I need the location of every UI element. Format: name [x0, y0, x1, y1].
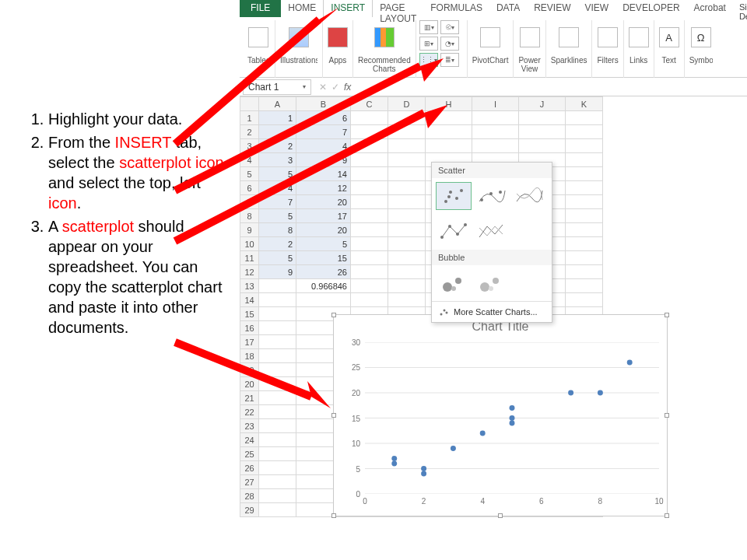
- svg-point-1: [449, 191, 452, 194]
- ribbon-sparklines[interactable]: Sparklines: [546, 20, 593, 78]
- chart-x-axis: 0246810: [365, 497, 659, 509]
- more-scatter-charts[interactable]: More Scatter Charts...: [432, 301, 552, 322]
- svg-point-32: [510, 421, 515, 426]
- svg-point-13: [455, 278, 461, 284]
- ribbon-powerview[interactable]: Power View: [514, 20, 545, 78]
- ribbon-tables[interactable]: Tables: [243, 20, 275, 78]
- tab-developer[interactable]: DEVELOPER: [615, 0, 686, 17]
- svg-point-12: [443, 282, 452, 292]
- scatter-plain-icon: [438, 184, 469, 208]
- ribbon-filters[interactable]: Filters: [592, 20, 623, 78]
- table-icon: [248, 27, 268, 47]
- cancel-icon[interactable]: ✕: [319, 82, 327, 93]
- instruction-2: From the INSERT tab, select the scatterp…: [48, 132, 233, 213]
- svg-point-35: [510, 405, 515, 411]
- ribbon-apps[interactable]: Apps: [323, 20, 353, 78]
- svg-point-15: [480, 282, 489, 292]
- apps-icon: [328, 27, 348, 47]
- svg-point-28: [391, 461, 397, 467]
- formula-bar: Chart 1▾ ✕ ✓ fx: [240, 78, 747, 96]
- ribbon-recommended-charts[interactable]: Recommended Charts: [353, 20, 416, 78]
- pivotchart-icon: [480, 27, 500, 47]
- chart-plot-area[interactable]: [365, 342, 659, 494]
- symbols-icon: Ω: [691, 27, 711, 47]
- ribbon-pivotchart[interactable]: PivotChart: [468, 20, 514, 78]
- tab-formulas[interactable]: FORMULAS: [423, 0, 489, 17]
- more-scatter-icon: [438, 306, 449, 317]
- instruction-3: A scatterplot should appear on your spre…: [48, 216, 233, 338]
- recommended-charts-icon: [374, 27, 395, 47]
- tab-data[interactable]: DATA: [489, 0, 527, 17]
- ribbon-illustrations[interactable]: Illustrations: [275, 20, 323, 78]
- tab-view[interactable]: VIEW: [578, 0, 616, 17]
- user-label[interactable]: Siegle, Del ▾: [733, 0, 747, 17]
- scatter-straight-markers[interactable]: [436, 218, 472, 246]
- instruction-1: Highlight your data.: [48, 109, 233, 129]
- scatter-straight2-icon: [475, 220, 507, 243]
- insert-scatter-chart[interactable]: ⋮⋮▾: [419, 53, 438, 67]
- insert-pie-chart[interactable]: ◔▾: [440, 37, 459, 51]
- embedded-chart[interactable]: Chart Title 051015202530 0246810: [333, 314, 668, 516]
- ribbon-symbols[interactable]: Ω Symbols: [685, 20, 717, 78]
- chart-y-axis: 051015202530: [334, 342, 363, 494]
- svg-point-33: [480, 431, 486, 436]
- tab-pagelayout[interactable]: PAGE LAYOUT: [373, 0, 423, 17]
- svg-point-8: [440, 236, 444, 239]
- scatter-straight-lines[interactable]: [473, 218, 509, 246]
- enter-icon[interactable]: ✓: [331, 82, 339, 93]
- text-icon: A: [659, 27, 679, 47]
- links-icon: [629, 27, 649, 47]
- svg-point-5: [480, 198, 483, 201]
- svg-point-6: [489, 192, 493, 195]
- svg-point-38: [510, 415, 515, 421]
- svg-point-37: [421, 466, 426, 471]
- svg-point-19: [444, 310, 446, 312]
- svg-point-20: [446, 312, 448, 314]
- svg-point-30: [421, 471, 426, 477]
- bubble-3d[interactable]: [473, 269, 509, 297]
- fx-icon[interactable]: fx: [344, 82, 351, 93]
- svg-point-17: [489, 286, 493, 291]
- svg-point-29: [391, 456, 397, 461]
- scatter-markers-only[interactable]: [436, 182, 472, 210]
- svg-point-0: [444, 200, 447, 203]
- ribbon-text[interactable]: A Text: [654, 20, 685, 78]
- scatter-smooth-icon: [475, 184, 507, 208]
- excel-window: FILE HOME INSERT PAGE LAYOUT FORMULAS DA…: [240, 0, 747, 560]
- bubble3d-icon: [475, 271, 507, 295]
- gallery-header-scatter: Scatter: [432, 163, 552, 178]
- scatter-smooth-markers[interactable]: [473, 182, 509, 210]
- filter-icon: [598, 27, 618, 47]
- gallery-header-bubble: Bubble: [432, 250, 552, 265]
- ribbon-links[interactable]: Links: [624, 20, 654, 78]
- instruction-panel: Highlight your data. From the INSERT tab…: [31, 109, 233, 341]
- svg-point-2: [455, 197, 458, 200]
- insert-other-chart[interactable]: ≣▾: [440, 53, 459, 67]
- insert-stock-chart[interactable]: ⊞▾: [419, 37, 438, 51]
- svg-point-14: [451, 286, 456, 291]
- svg-point-4: [447, 195, 451, 198]
- tab-review[interactable]: REVIEW: [527, 0, 577, 17]
- powerview-icon: [520, 27, 540, 47]
- insert-line-chart[interactable]: ⧀▾: [440, 20, 459, 34]
- scatter-gallery: Scatter Bubble: [431, 162, 552, 323]
- tab-insert[interactable]: INSERT: [323, 0, 373, 17]
- tab-file[interactable]: FILE: [240, 0, 281, 17]
- svg-point-11: [464, 223, 467, 226]
- tab-home[interactable]: HOME: [281, 0, 323, 17]
- bubble-2d[interactable]: [436, 269, 472, 297]
- svg-point-3: [460, 189, 463, 192]
- svg-point-39: [627, 360, 633, 366]
- svg-point-16: [493, 278, 499, 284]
- name-box[interactable]: Chart 1▾: [243, 79, 311, 95]
- picture-icon: [289, 27, 309, 47]
- svg-point-10: [456, 233, 459, 236]
- ribbon-insert: Tables Illustrations Apps Recommended Ch…: [240, 17, 747, 78]
- scatter-smooth2-icon: [513, 184, 544, 208]
- worksheet[interactable]: ABCDHIJK11621732443955146412772085179820…: [240, 96, 747, 517]
- tab-acrobat[interactable]: Acrobat: [687, 0, 733, 17]
- scatter-smooth-lines[interactable]: [510, 182, 546, 210]
- ribbon-charts: ▥▾ ⧀▾ ⊞▾ ◔▾ ⋮⋮▾ ≣▾: [416, 20, 468, 78]
- svg-point-9: [448, 225, 451, 228]
- insert-bar-chart[interactable]: ▥▾: [419, 20, 438, 34]
